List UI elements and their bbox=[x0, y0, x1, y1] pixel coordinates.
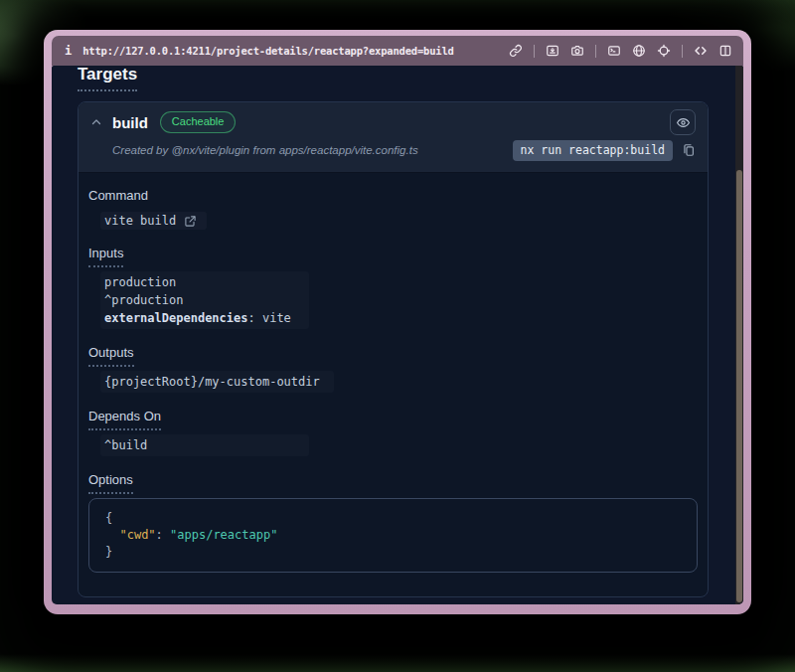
run-command-chip: nx run reactapp:build bbox=[513, 140, 673, 161]
external-link-icon[interactable] bbox=[184, 215, 197, 228]
browser-toolbar: i http://127.0.0.1:4211/project-details/… bbox=[52, 36, 743, 66]
input-item: ^production bbox=[104, 291, 295, 309]
scrollbar-thumb[interactable] bbox=[736, 170, 742, 602]
eye-icon bbox=[676, 115, 691, 130]
info-icon: i bbox=[65, 44, 72, 58]
targets-heading: Targets bbox=[78, 66, 137, 91]
target-crosshair-icon[interactable] bbox=[657, 44, 671, 58]
terminal-icon[interactable] bbox=[607, 44, 621, 58]
command-value-row: vite build bbox=[100, 212, 207, 230]
json-open-brace: { bbox=[105, 510, 681, 527]
project-details-content: Targets build Cacheable bbox=[52, 66, 735, 604]
target-card-build: build Cacheable Created by @nx/vite/plug… bbox=[78, 101, 709, 597]
toolbar-actions bbox=[509, 44, 732, 58]
desktop-background: { "browser": { "info_symbol": "i", "url"… bbox=[0, 0, 795, 672]
build-card-header: build Cacheable Created by @nx/vite/plug… bbox=[79, 102, 708, 173]
camera-icon[interactable] bbox=[570, 44, 584, 58]
toolbar-divider bbox=[534, 45, 535, 58]
options-section-label[interactable]: Options bbox=[88, 472, 133, 494]
target-name: build bbox=[112, 114, 148, 131]
cacheable-badge: Cacheable bbox=[160, 111, 237, 133]
toolbar-divider bbox=[595, 45, 596, 58]
split-view-icon[interactable] bbox=[718, 44, 732, 58]
toolbar-divider bbox=[682, 45, 683, 58]
outputs-list: {projectRoot}/my-custom-outdir bbox=[100, 371, 334, 393]
command-section-label: Command bbox=[88, 188, 148, 204]
page-viewport: Targets build Cacheable bbox=[52, 66, 743, 604]
inputs-section-label[interactable]: Inputs bbox=[88, 246, 123, 267]
json-close-brace: } bbox=[105, 544, 681, 561]
link-icon[interactable] bbox=[509, 44, 523, 58]
created-by-text: Created by @nx/vite/plugin from apps/rea… bbox=[112, 144, 418, 156]
chevron-up-icon[interactable] bbox=[90, 116, 102, 128]
command-value: vite build bbox=[104, 214, 176, 228]
view-target-graph-button[interactable] bbox=[670, 109, 696, 135]
output-item: {projectRoot}/my-custom-outdir bbox=[104, 373, 320, 391]
code-icon[interactable] bbox=[694, 44, 708, 58]
screenshot-frame-icon[interactable] bbox=[546, 44, 559, 58]
json-cwd-line: "cwd": "apps/reactapp" bbox=[105, 527, 681, 544]
input-item-kv: externalDependencies: vite bbox=[104, 309, 295, 327]
build-card-body: Command vite build Inputs production ^pr… bbox=[79, 173, 708, 596]
copy-icon[interactable] bbox=[682, 143, 696, 157]
depends-on-item: ^build bbox=[104, 436, 295, 454]
scrollbar-track[interactable] bbox=[735, 66, 743, 604]
build-header-subrow: Created by @nx/vite/plugin from apps/rea… bbox=[90, 140, 696, 160]
options-json-block: { "cwd": "apps/reactapp" } bbox=[88, 498, 698, 573]
depends-on-list: ^build bbox=[100, 434, 309, 456]
globe-icon[interactable] bbox=[632, 44, 646, 58]
build-header-row[interactable]: build Cacheable bbox=[90, 110, 696, 134]
inputs-list: production ^production externalDependenc… bbox=[100, 271, 309, 329]
address-url[interactable]: http://127.0.0.1:4211/project-details/re… bbox=[82, 45, 453, 57]
outputs-section-label[interactable]: Outputs bbox=[88, 345, 134, 367]
browser-preview-window: i http://127.0.0.1:4211/project-details/… bbox=[44, 30, 751, 614]
depends-on-section-label[interactable]: Depends On bbox=[88, 409, 161, 430]
input-item: production bbox=[104, 273, 295, 291]
